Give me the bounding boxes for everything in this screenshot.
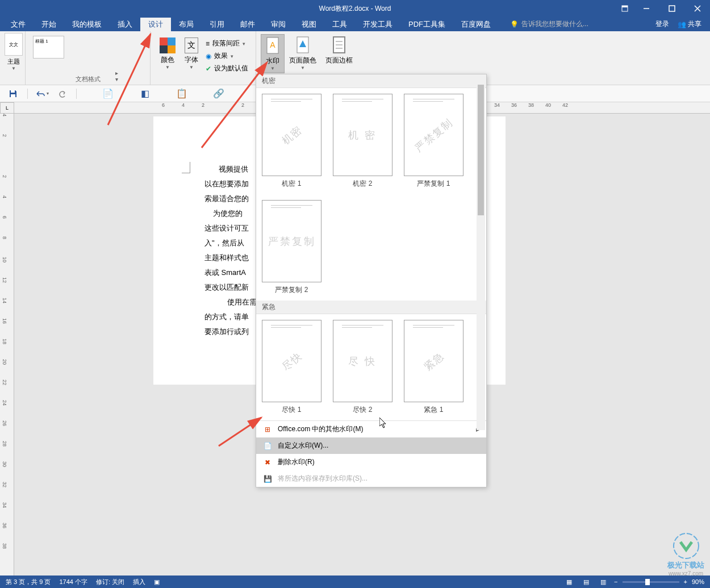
style-thumbnail[interactable]: 标题 1 bbox=[33, 36, 64, 59]
watermark-option-label: 机密 2 bbox=[353, 179, 372, 189]
svg-rect-14 bbox=[11, 94, 15, 97]
word-count[interactable]: 1744 个字 bbox=[59, 578, 87, 586]
revision-status[interactable]: 修订: 关闭 bbox=[96, 578, 124, 586]
watermark-option[interactable]: 尽快尽快 1 bbox=[262, 320, 321, 415]
themes-icon: 文文 bbox=[5, 33, 23, 56]
watermark-option-label: 机密 1 bbox=[282, 179, 301, 189]
zoom-level[interactable]: 90% bbox=[692, 578, 704, 585]
fonts-button[interactable]: 文 字体 ▼ bbox=[180, 36, 203, 76]
watermark-option[interactable]: 机密机密 1 bbox=[262, 94, 321, 189]
watermark-option-label: 严禁复制 2 bbox=[275, 285, 308, 295]
undo-button[interactable]: ▾ bbox=[34, 87, 51, 101]
page-indicator[interactable]: 第 3 页，共 9 页 bbox=[6, 578, 51, 586]
fonts-icon: 文 bbox=[185, 37, 198, 53]
themes-button[interactable]: 文文 主题 ▼ bbox=[5, 33, 23, 73]
web-layout-button[interactable]: ▥ bbox=[597, 577, 609, 587]
close-button[interactable] bbox=[684, 0, 710, 17]
save-library-icon: 💾 bbox=[263, 474, 272, 483]
wm-remove[interactable]: ✖ 删除水印(R) bbox=[256, 454, 486, 470]
menu-mailings[interactable]: 邮件 bbox=[232, 18, 263, 31]
document-title: Word教程2.docx - Word bbox=[319, 4, 391, 14]
menu-developer[interactable]: 开发工具 bbox=[355, 18, 400, 31]
wm-section-confidential: 机密 bbox=[256, 74, 486, 88]
save-button[interactable] bbox=[5, 87, 22, 101]
wm-scroll-thumb[interactable] bbox=[478, 85, 484, 215]
insert-mode[interactable]: 插入 bbox=[133, 578, 145, 586]
page-border-icon bbox=[332, 36, 346, 54]
effects-icon: ◉ bbox=[206, 52, 211, 60]
wm-custom[interactable]: 📄 自定义水印(W)... bbox=[256, 437, 486, 454]
macro-indicator[interactable]: ▣ bbox=[154, 578, 160, 586]
login-link[interactable]: 登录 bbox=[655, 19, 669, 29]
qat-tool-1[interactable]: 📄 bbox=[99, 87, 116, 101]
titlebar: Word教程2.docx - Word bbox=[0, 0, 710, 17]
page-color-icon bbox=[296, 36, 310, 54]
watermark-option-label: 尽快 1 bbox=[282, 405, 301, 415]
vertical-ruler[interactable]: 422468101214161820222426283032343638 bbox=[0, 114, 14, 576]
menu-baidu[interactable]: 百度网盘 bbox=[453, 18, 499, 31]
menu-references[interactable]: 引用 bbox=[202, 18, 232, 31]
menu-design[interactable]: 设计 bbox=[140, 18, 171, 31]
check-icon: ✔ bbox=[206, 65, 211, 73]
watermark-option[interactable]: 紧急紧急 1 bbox=[404, 320, 463, 415]
page-border-button[interactable]: 页面边框 bbox=[321, 34, 357, 73]
svg-rect-13 bbox=[11, 90, 15, 93]
maximize-button[interactable] bbox=[659, 0, 684, 17]
watermark-button[interactable]: A 水印 ▼ bbox=[261, 34, 285, 73]
wm-office-more[interactable]: ⊞ Office.com 中的其他水印(M) ▸ bbox=[256, 421, 486, 437]
menu-file[interactable]: 文件 bbox=[3, 18, 34, 31]
zoom-slider[interactable] bbox=[623, 581, 679, 583]
menubar: 文件 开始 我的模板 插入 设计 布局 引用 邮件 审阅 视图 工具 开发工具 … bbox=[0, 17, 710, 31]
svg-point-18 bbox=[674, 533, 699, 558]
svg-rect-1 bbox=[622, 6, 628, 7]
menu-insert[interactable]: 插入 bbox=[110, 18, 140, 31]
svg-rect-3 bbox=[669, 6, 675, 11]
lightbulb-icon: 💡 bbox=[510, 20, 519, 28]
share-icon: 👥 bbox=[678, 20, 686, 28]
spacing-icon: ≡ bbox=[206, 40, 210, 48]
share-button[interactable]: 👥 共享 bbox=[678, 19, 701, 29]
watermark-option[interactable]: 严禁复制严禁复制 1 bbox=[404, 94, 463, 189]
wm-save-selection: 💾 将所选内容保存到水印库(S)... bbox=[256, 470, 486, 487]
menu-home[interactable]: 开始 bbox=[34, 18, 64, 31]
office-icon: ⊞ bbox=[263, 425, 272, 434]
watermark-option[interactable]: 机 密机密 2 bbox=[333, 94, 392, 189]
watermark-option[interactable]: 严禁复制严禁复制 2 bbox=[262, 200, 321, 295]
wm-scrollbar[interactable] bbox=[477, 85, 485, 430]
watermark-option-label: 紧急 1 bbox=[424, 405, 443, 415]
site-watermark: 极光下载站 www.xz7.com bbox=[667, 532, 704, 577]
statusbar: 第 3 页，共 9 页 1744 个字 修订: 关闭 插入 ▣ ▦ ▤ ▥ − … bbox=[0, 576, 710, 588]
ruler-corner[interactable]: L bbox=[0, 102, 14, 114]
menu-templates[interactable]: 我的模板 bbox=[64, 18, 110, 31]
wm-section-urgent: 紧急 bbox=[256, 301, 486, 314]
menu-layout[interactable]: 布局 bbox=[171, 18, 202, 31]
minimize-button[interactable] bbox=[633, 0, 659, 17]
menu-tools[interactable]: 工具 bbox=[324, 18, 355, 31]
svg-text:A: A bbox=[270, 40, 275, 49]
read-mode-button[interactable]: ▦ bbox=[563, 577, 575, 587]
menu-view[interactable]: 视图 bbox=[294, 18, 324, 31]
print-layout-button[interactable]: ▤ bbox=[580, 577, 592, 587]
paragraph-spacing-button[interactable]: ≡段落间距 ▾ bbox=[206, 39, 248, 48]
colors-button[interactable]: 颜色 ▼ bbox=[155, 36, 180, 76]
menu-pdf[interactable]: PDF工具集 bbox=[400, 18, 453, 31]
zoom-out-button[interactable]: − bbox=[614, 578, 617, 585]
ribbon-display-options[interactable] bbox=[616, 0, 633, 17]
watermark-dropdown: 机密 机密机密 1机 密机密 2严禁复制严禁复制 1严禁复制严禁复制 2 紧急 … bbox=[256, 74, 487, 487]
watermark-option-label: 严禁复制 1 bbox=[417, 179, 450, 189]
watermark-option[interactable]: 尽 快尽快 2 bbox=[333, 320, 392, 415]
menu-review[interactable]: 审阅 bbox=[263, 18, 294, 31]
effects-button[interactable]: ◉效果 ▾ bbox=[206, 51, 248, 61]
colors-icon bbox=[160, 37, 176, 53]
page-color-button[interactable]: 页面颜色 ▼ bbox=[285, 34, 321, 73]
watermark-icon: A bbox=[266, 36, 279, 55]
qat-tool-3[interactable]: 📋 bbox=[173, 87, 190, 101]
watermark-option-label: 尽快 2 bbox=[353, 405, 372, 415]
redo-button[interactable] bbox=[53, 87, 70, 101]
style-gallery-more[interactable]: ▸▾ bbox=[115, 70, 118, 82]
zoom-in-button[interactable]: + bbox=[684, 578, 687, 585]
set-default-button[interactable]: ✔设为默认值 bbox=[206, 64, 248, 73]
tell-me-search[interactable]: 💡 告诉我您想要做什么... bbox=[510, 19, 588, 29]
qat-tool-2[interactable]: ◧ bbox=[136, 87, 153, 101]
qat-tool-4[interactable]: 🔗 bbox=[210, 87, 227, 101]
